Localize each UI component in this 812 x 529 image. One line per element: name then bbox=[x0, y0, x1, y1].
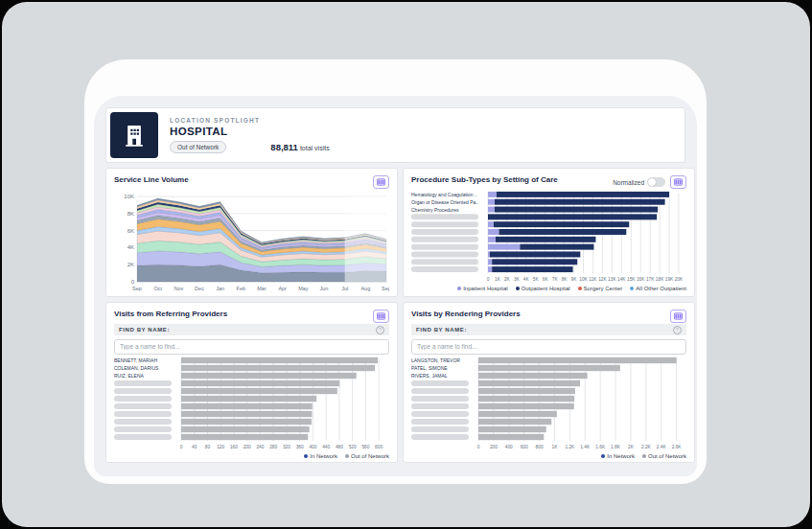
svg-text:Sep: Sep bbox=[132, 286, 142, 291]
table-icon bbox=[377, 178, 385, 186]
svg-text:280: 280 bbox=[269, 445, 277, 449]
svg-text:3K: 3K bbox=[514, 277, 521, 282]
panel-title: Visits from Referring Providers bbox=[114, 310, 227, 318]
svg-text:7K: 7K bbox=[552, 277, 559, 282]
svg-text:4K: 4K bbox=[523, 277, 530, 282]
svg-text:1.4K: 1.4K bbox=[580, 445, 591, 449]
svg-text:2.6K: 2.6K bbox=[672, 445, 683, 449]
table-view-button[interactable] bbox=[670, 310, 686, 323]
legend-dot-icon bbox=[630, 287, 634, 290]
svg-text:6K: 6K bbox=[543, 277, 549, 282]
svg-text:Hematology and Coagulation ..: Hematology and Coagulation .. bbox=[411, 192, 477, 197]
svg-text:Oct: Oct bbox=[153, 286, 162, 291]
panel-service-line-volume: Service Line Volume 02K4K6K8K10KSepOctNo… bbox=[105, 168, 398, 297]
svg-text:600: 600 bbox=[375, 445, 383, 449]
svg-text:RIVERS, JAMAL: RIVERS, JAMAL bbox=[411, 373, 448, 379]
svg-text:Mar: Mar bbox=[257, 286, 267, 291]
svg-text:PATEL, SIMONE: PATEL, SIMONE bbox=[411, 365, 448, 371]
legend-dot-icon bbox=[578, 287, 582, 290]
table-view-button[interactable] bbox=[373, 175, 389, 189]
svg-text:May: May bbox=[298, 286, 309, 291]
svg-text:10K: 10K bbox=[124, 194, 134, 199]
rendering-search-input[interactable] bbox=[411, 339, 686, 355]
svg-text:2.2K: 2.2K bbox=[641, 445, 652, 449]
svg-text:5K: 5K bbox=[533, 277, 540, 282]
dashboard-sheet: LOCATION SPOTLIGHT HOSPITAL Out of Netwo… bbox=[84, 59, 707, 484]
svg-text:120: 120 bbox=[217, 445, 224, 449]
svg-text:Jan: Jan bbox=[216, 286, 224, 291]
table-icon bbox=[674, 312, 683, 320]
legend-item: Out of Network bbox=[345, 453, 389, 459]
svg-text:Organ or Disease Oriented Pa..: Organ or Disease Oriented Pa.. bbox=[411, 199, 478, 205]
normalized-toggle[interactable] bbox=[647, 177, 665, 187]
app-background: LOCATION SPOTLIGHT HOSPITAL Out of Netwo… bbox=[2, 2, 810, 527]
svg-text:0: 0 bbox=[477, 445, 480, 449]
legend-item: Surgery Center bbox=[578, 286, 623, 291]
svg-text:6K: 6K bbox=[128, 228, 134, 234]
svg-text:2K: 2K bbox=[628, 445, 635, 449]
svg-text:80: 80 bbox=[205, 445, 211, 449]
service-line-volume-chart: 02K4K6K8K10KSepOctNovDecJanFebMarAprMayJ… bbox=[114, 191, 389, 293]
svg-text:40: 40 bbox=[192, 445, 197, 449]
svg-text:1K: 1K bbox=[495, 277, 501, 282]
svg-text:RUIZ, ELENA: RUIZ, ELENA bbox=[114, 373, 145, 379]
toggle-knob bbox=[648, 178, 656, 186]
legend-item: Inpatient Hospital bbox=[457, 286, 507, 291]
svg-text:11K: 11K bbox=[589, 277, 597, 282]
svg-text:560: 560 bbox=[361, 445, 369, 449]
total-visits-value: 88,811 bbox=[270, 142, 298, 152]
find-by-name-label: FIND BY NAME: bbox=[119, 327, 170, 333]
panel-title: Procedure Sub-Types by Setting of Care bbox=[411, 175, 558, 184]
svg-text:Sep: Sep bbox=[382, 286, 389, 291]
svg-text:520: 520 bbox=[349, 445, 357, 449]
panel-grid: Service Line Volume 02K4K6K8K10KSepOctNo… bbox=[105, 168, 685, 463]
total-visits-label: total visits bbox=[300, 145, 330, 151]
referring-providers-chart: 0408012016020024028032036040044048052056… bbox=[114, 356, 389, 452]
svg-text:440: 440 bbox=[322, 445, 330, 449]
svg-text:1.2K: 1.2K bbox=[565, 445, 575, 449]
panel-title: Visits by Rendering Providers bbox=[411, 310, 521, 318]
svg-text:COLEMAN, DARIUS: COLEMAN, DARIUS bbox=[114, 365, 159, 371]
legend-dot-icon bbox=[457, 287, 461, 290]
svg-text:360: 360 bbox=[296, 445, 304, 449]
svg-text:13K: 13K bbox=[608, 277, 616, 282]
svg-text:Jun: Jun bbox=[320, 286, 329, 291]
svg-text:240: 240 bbox=[256, 445, 264, 449]
help-icon[interactable]: ? bbox=[673, 326, 682, 334]
table-view-button[interactable] bbox=[373, 310, 389, 323]
svg-text:320: 320 bbox=[283, 445, 290, 449]
svg-text:15K: 15K bbox=[627, 277, 636, 282]
section-label: LOCATION SPOTLIGHT bbox=[170, 117, 330, 124]
legend-dot-icon bbox=[601, 454, 605, 458]
svg-text:4K: 4K bbox=[128, 244, 134, 250]
svg-text:17K: 17K bbox=[646, 277, 655, 282]
svg-text:400: 400 bbox=[505, 445, 513, 449]
panel-rendering-providers: Visits by Rendering Providers FIND BY NA… bbox=[403, 302, 695, 463]
svg-text:Jul: Jul bbox=[341, 286, 348, 291]
svg-text:0: 0 bbox=[487, 277, 490, 282]
table-view-button[interactable] bbox=[670, 175, 686, 189]
svg-text:10K: 10K bbox=[579, 277, 588, 282]
svg-text:14K: 14K bbox=[617, 277, 626, 282]
panel-title: Service Line Volume bbox=[114, 175, 189, 184]
referring-search-input[interactable] bbox=[114, 339, 389, 355]
svg-text:2K: 2K bbox=[504, 277, 511, 282]
svg-text:200: 200 bbox=[244, 445, 251, 449]
find-by-name-label: FIND BY NAME: bbox=[416, 327, 467, 333]
legend-dot-icon bbox=[516, 287, 520, 290]
svg-text:16K: 16K bbox=[637, 277, 645, 282]
hospital-icon bbox=[110, 112, 158, 158]
svg-text:8K: 8K bbox=[128, 211, 134, 217]
svg-text:19K: 19K bbox=[665, 277, 674, 282]
help-icon[interactable]: ? bbox=[376, 326, 384, 334]
panel-referring-providers: Visits from Referring Providers FIND BY … bbox=[105, 302, 398, 463]
legend-item: All Other Outpatient bbox=[630, 286, 686, 291]
setting-of-care-legend: Inpatient HospitalOutpatient HospitalSur… bbox=[411, 284, 686, 292]
svg-text:600: 600 bbox=[521, 445, 528, 449]
find-by-name-bar: FIND BY NAME: ? bbox=[114, 324, 389, 335]
normalized-toggle-label: Normalized bbox=[613, 179, 644, 186]
location-spotlight-card: LOCATION SPOTLIGHT HOSPITAL Out of Netwo… bbox=[105, 107, 685, 163]
legend-dot-icon bbox=[642, 454, 646, 458]
svg-text:Aug: Aug bbox=[360, 286, 370, 291]
legend-item: Outpatient Hospital bbox=[516, 286, 570, 291]
